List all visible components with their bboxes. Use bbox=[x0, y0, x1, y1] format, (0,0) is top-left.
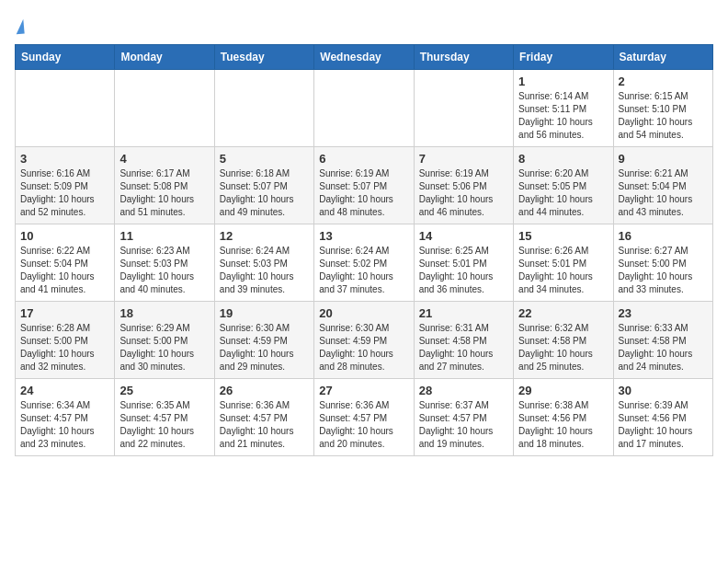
day-info: Sunrise: 6:29 AM Sunset: 5:00 PM Dayligh… bbox=[119, 322, 209, 373]
day-number: 24 bbox=[20, 384, 109, 397]
day-number: 3 bbox=[20, 152, 109, 166]
day-info: Sunrise: 6:25 AM Sunset: 5:01 PM Dayligh… bbox=[419, 245, 508, 296]
day-info: Sunrise: 6:20 AM Sunset: 5:05 PM Dayligh… bbox=[518, 167, 608, 219]
calendar-day-header: Sunday bbox=[16, 45, 115, 70]
calendar-cell: 20Sunrise: 6:30 AM Sunset: 4:59 PM Dayli… bbox=[314, 302, 414, 379]
calendar-cell: 18Sunrise: 6:29 AM Sunset: 5:00 PM Dayli… bbox=[115, 302, 214, 379]
calendar-cell: 5Sunrise: 6:18 AM Sunset: 5:07 PM Daylig… bbox=[214, 147, 313, 224]
calendar-cell: 22Sunrise: 6:32 AM Sunset: 4:58 PM Dayli… bbox=[514, 302, 613, 379]
day-number: 29 bbox=[518, 384, 608, 397]
day-info: Sunrise: 6:39 AM Sunset: 4:56 PM Dayligh… bbox=[619, 399, 708, 451]
day-info: Sunrise: 6:36 AM Sunset: 4:57 PM Dayligh… bbox=[319, 399, 408, 451]
calendar-cell: 8Sunrise: 6:20 AM Sunset: 5:05 PM Daylig… bbox=[514, 147, 613, 224]
day-info: Sunrise: 6:19 AM Sunset: 5:07 PM Dayligh… bbox=[319, 167, 408, 219]
day-number: 7 bbox=[419, 152, 508, 166]
calendar-week-row: 1Sunrise: 6:14 AM Sunset: 5:11 PM Daylig… bbox=[16, 70, 713, 147]
day-info: Sunrise: 6:24 AM Sunset: 5:02 PM Dayligh… bbox=[319, 245, 408, 296]
day-info: Sunrise: 6:23 AM Sunset: 5:03 PM Dayligh… bbox=[119, 245, 209, 296]
calendar-cell: 13Sunrise: 6:24 AM Sunset: 5:02 PM Dayli… bbox=[314, 224, 414, 302]
day-info: Sunrise: 6:15 AM Sunset: 5:10 PM Dayligh… bbox=[619, 90, 708, 142]
day-number: 20 bbox=[319, 306, 408, 320]
calendar-cell: 23Sunrise: 6:33 AM Sunset: 4:58 PM Dayli… bbox=[613, 302, 712, 379]
day-info: Sunrise: 6:37 AM Sunset: 4:57 PM Dayligh… bbox=[419, 399, 508, 451]
calendar-week-row: 17Sunrise: 6:28 AM Sunset: 5:00 PM Dayli… bbox=[16, 302, 713, 379]
day-number: 22 bbox=[518, 306, 608, 320]
day-info: Sunrise: 6:38 AM Sunset: 4:56 PM Dayligh… bbox=[518, 399, 608, 451]
calendar-cell: 29Sunrise: 6:38 AM Sunset: 4:56 PM Dayli… bbox=[514, 379, 613, 456]
day-info: Sunrise: 6:21 AM Sunset: 5:04 PM Dayligh… bbox=[619, 167, 708, 219]
day-info: Sunrise: 6:36 AM Sunset: 4:57 PM Dayligh… bbox=[220, 399, 309, 451]
calendar-cell: 14Sunrise: 6:25 AM Sunset: 5:01 PM Dayli… bbox=[414, 224, 513, 302]
day-info: Sunrise: 6:24 AM Sunset: 5:03 PM Dayligh… bbox=[220, 245, 309, 296]
calendar-day-header: Thursday bbox=[414, 45, 513, 70]
calendar-header: SundayMondayTuesdayWednesdayThursdayFrid… bbox=[16, 45, 713, 70]
day-info: Sunrise: 6:16 AM Sunset: 5:09 PM Dayligh… bbox=[20, 167, 109, 219]
day-info: Sunrise: 6:22 AM Sunset: 5:04 PM Dayligh… bbox=[20, 245, 109, 296]
calendar-week-row: 10Sunrise: 6:22 AM Sunset: 5:04 PM Dayli… bbox=[16, 224, 713, 302]
calendar-cell: 1Sunrise: 6:14 AM Sunset: 5:11 PM Daylig… bbox=[514, 70, 613, 147]
day-info: Sunrise: 6:19 AM Sunset: 5:06 PM Dayligh… bbox=[419, 167, 508, 219]
calendar-cell bbox=[214, 70, 313, 147]
day-number: 14 bbox=[419, 229, 508, 243]
calendar-cell: 6Sunrise: 6:19 AM Sunset: 5:07 PM Daylig… bbox=[314, 147, 414, 224]
calendar-cell: 19Sunrise: 6:30 AM Sunset: 4:59 PM Dayli… bbox=[214, 302, 313, 379]
calendar-cell: 15Sunrise: 6:26 AM Sunset: 5:01 PM Dayli… bbox=[514, 224, 613, 302]
day-info: Sunrise: 6:35 AM Sunset: 4:57 PM Dayligh… bbox=[119, 399, 209, 451]
day-number: 30 bbox=[619, 384, 708, 397]
day-info: Sunrise: 6:17 AM Sunset: 5:08 PM Dayligh… bbox=[119, 167, 209, 219]
calendar-week-row: 24Sunrise: 6:34 AM Sunset: 4:57 PM Dayli… bbox=[16, 379, 713, 456]
day-number: 4 bbox=[119, 152, 209, 166]
day-number: 8 bbox=[518, 152, 608, 166]
calendar-day-header: Friday bbox=[514, 45, 613, 70]
day-number: 16 bbox=[619, 229, 708, 243]
day-info: Sunrise: 6:27 AM Sunset: 5:00 PM Dayligh… bbox=[619, 245, 708, 296]
day-info: Sunrise: 6:33 AM Sunset: 4:58 PM Dayligh… bbox=[619, 322, 708, 373]
day-number: 5 bbox=[220, 152, 309, 166]
logo bbox=[15, 15, 24, 35]
calendar-table: SundayMondayTuesdayWednesdayThursdayFrid… bbox=[15, 44, 713, 456]
day-number: 1 bbox=[518, 75, 608, 88]
page-header bbox=[15, 15, 713, 35]
day-info: Sunrise: 6:30 AM Sunset: 4:59 PM Dayligh… bbox=[319, 322, 408, 373]
day-info: Sunrise: 6:30 AM Sunset: 4:59 PM Dayligh… bbox=[220, 322, 309, 373]
day-number: 25 bbox=[119, 384, 209, 397]
calendar-cell: 11Sunrise: 6:23 AM Sunset: 5:03 PM Dayli… bbox=[115, 224, 214, 302]
calendar-day-header: Saturday bbox=[613, 45, 712, 70]
calendar-cell: 16Sunrise: 6:27 AM Sunset: 5:00 PM Dayli… bbox=[613, 224, 712, 302]
calendar-cell: 17Sunrise: 6:28 AM Sunset: 5:00 PM Dayli… bbox=[16, 302, 115, 379]
calendar-cell: 7Sunrise: 6:19 AM Sunset: 5:06 PM Daylig… bbox=[414, 147, 513, 224]
day-info: Sunrise: 6:14 AM Sunset: 5:11 PM Dayligh… bbox=[518, 90, 608, 142]
calendar-cell: 24Sunrise: 6:34 AM Sunset: 4:57 PM Dayli… bbox=[16, 379, 115, 456]
day-number: 15 bbox=[518, 229, 608, 243]
calendar-cell: 27Sunrise: 6:36 AM Sunset: 4:57 PM Dayli… bbox=[314, 379, 414, 456]
calendar-cell: 30Sunrise: 6:39 AM Sunset: 4:56 PM Dayli… bbox=[613, 379, 712, 456]
day-number: 28 bbox=[419, 384, 508, 397]
day-number: 23 bbox=[619, 306, 708, 320]
calendar-week-row: 3Sunrise: 6:16 AM Sunset: 5:09 PM Daylig… bbox=[16, 147, 713, 224]
day-number: 6 bbox=[319, 152, 408, 166]
day-number: 19 bbox=[220, 306, 309, 320]
day-number: 2 bbox=[619, 75, 708, 88]
day-info: Sunrise: 6:18 AM Sunset: 5:07 PM Dayligh… bbox=[220, 167, 309, 219]
calendar-cell: 21Sunrise: 6:31 AM Sunset: 4:58 PM Dayli… bbox=[414, 302, 513, 379]
calendar-cell bbox=[314, 70, 414, 147]
calendar-day-header: Monday bbox=[115, 45, 214, 70]
calendar-day-header: Tuesday bbox=[214, 45, 313, 70]
day-number: 9 bbox=[619, 152, 708, 166]
day-info: Sunrise: 6:28 AM Sunset: 5:00 PM Dayligh… bbox=[20, 322, 109, 373]
calendar-cell: 28Sunrise: 6:37 AM Sunset: 4:57 PM Dayli… bbox=[414, 379, 513, 456]
calendar-cell bbox=[414, 70, 513, 147]
calendar-cell: 2Sunrise: 6:15 AM Sunset: 5:10 PM Daylig… bbox=[613, 70, 712, 147]
calendar-cell: 12Sunrise: 6:24 AM Sunset: 5:03 PM Dayli… bbox=[214, 224, 313, 302]
day-number: 26 bbox=[220, 384, 309, 397]
calendar-day-header: Wednesday bbox=[314, 45, 414, 70]
calendar-cell: 9Sunrise: 6:21 AM Sunset: 5:04 PM Daylig… bbox=[613, 147, 712, 224]
day-info: Sunrise: 6:26 AM Sunset: 5:01 PM Dayligh… bbox=[518, 245, 608, 296]
calendar-cell: 25Sunrise: 6:35 AM Sunset: 4:57 PM Dayli… bbox=[115, 379, 214, 456]
calendar-cell bbox=[115, 70, 214, 147]
calendar-cell: 10Sunrise: 6:22 AM Sunset: 5:04 PM Dayli… bbox=[16, 224, 115, 302]
calendar-cell: 4Sunrise: 6:17 AM Sunset: 5:08 PM Daylig… bbox=[115, 147, 214, 224]
calendar-cell bbox=[16, 70, 115, 147]
day-info: Sunrise: 6:32 AM Sunset: 4:58 PM Dayligh… bbox=[518, 322, 608, 373]
day-info: Sunrise: 6:31 AM Sunset: 4:58 PM Dayligh… bbox=[419, 322, 508, 373]
